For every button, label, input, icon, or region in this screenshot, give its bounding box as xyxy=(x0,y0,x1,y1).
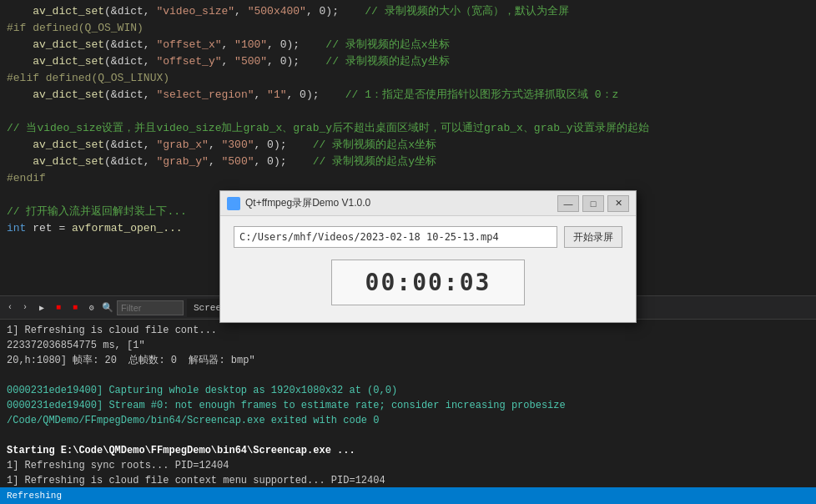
bottom-panel: ‹ › ▶ ■ ■ ⚙ 🔍 Screencap ✕ 1] Refreshing … xyxy=(0,295,816,487)
maximize-button[interactable]: □ xyxy=(582,195,604,212)
code-line: av_dict_set(&dict, "grab_x", "300", 0); … xyxy=(0,137,816,154)
code-line: #elif defined(Q_OS_LINUX) xyxy=(0,70,816,87)
dialog-body: 开始录屏 00:00:03 xyxy=(220,216,636,322)
minimize-button[interactable]: — xyxy=(557,195,579,212)
dialog-title-left: Qt+ffmpeg录屏Demo V1.0.0 xyxy=(227,196,370,210)
output-line: 1] Refreshing is cloud file context menu… xyxy=(7,473,809,487)
status-bar: Refreshing xyxy=(0,487,816,504)
code-line: // 当video_size设置，并且video_size加上grab_x、gr… xyxy=(0,120,816,137)
code-line: av_dict_set(&dict, "offset_y", "500", 0)… xyxy=(0,53,816,70)
chevron-right-icon[interactable]: › xyxy=(18,301,32,315)
output-line: Starting E:\Code\QMDemo\FFmpegDemo\bin64… xyxy=(7,443,809,458)
code-line: #endif xyxy=(0,170,816,187)
gear-icon[interactable]: ⚙ xyxy=(85,301,98,315)
dialog-title: Qt+ffmpeg录屏Demo V1.0.0 xyxy=(245,196,370,210)
close-button[interactable]: ✕ xyxy=(607,195,629,212)
tab-nav-icons: ‹ › xyxy=(3,301,32,315)
code-line: av_dict_set(&dict, "select_region", "1",… xyxy=(0,87,816,103)
code-line: #if defined(Q_OS_WIN) xyxy=(0,20,816,37)
output-line: 223372036854775 ms, [1" xyxy=(7,338,809,353)
chevron-left-icon[interactable]: ‹ xyxy=(3,301,17,315)
file-row: 开始录屏 xyxy=(234,226,622,248)
output-line: 20,h:1080] 帧率: 20 总帧数: 0 解码器: bmp" xyxy=(7,353,809,368)
stop-red-icon[interactable]: ■ xyxy=(68,301,82,315)
dialog-app-icon xyxy=(227,197,240,210)
code-line: av_dict_set(&dict, "offset_x", "100", 0)… xyxy=(0,37,816,53)
filter-input[interactable] xyxy=(117,300,184,315)
file-path-input[interactable] xyxy=(234,226,557,248)
output-line: 0000231ede19400] Stream #0: not enough f… xyxy=(7,398,809,413)
output-line xyxy=(7,428,809,443)
dialog-title-buttons: — □ ✕ xyxy=(557,195,629,212)
status-text: Refreshing xyxy=(7,491,62,501)
output-line: 1] Refreshing is cloud file cont... xyxy=(7,323,809,338)
code-line: av_dict_set(&dict, "video_size", "500x40… xyxy=(0,3,816,20)
output-line xyxy=(7,368,809,383)
record-button[interactable]: 开始录屏 xyxy=(564,226,622,248)
play-icon[interactable]: ▶ xyxy=(35,301,48,315)
output-line: /Code/QMDemo/FFmpegDemo/bin64/Screencap.… xyxy=(7,413,809,428)
stop-icon[interactable]: ■ xyxy=(52,301,65,315)
output-content: 1] Refreshing is cloud file cont... 2233… xyxy=(0,320,816,487)
timer-display: 00:00:03 xyxy=(331,260,526,305)
filter-label: 🔍 xyxy=(102,302,113,313)
code-line: av_dict_set(&dict, "grab_y", "500", 0); … xyxy=(0,154,816,170)
dialog-titlebar: Qt+ffmpeg录屏Demo V1.0.0 — □ ✕ xyxy=(220,191,636,216)
dialog-window: Qt+ffmpeg录屏Demo V1.0.0 — □ ✕ 开始录屏 00:00:… xyxy=(219,190,637,323)
output-line: 1] Refreshing sync roots... PID=12404 xyxy=(7,458,809,473)
code-line xyxy=(0,103,816,120)
output-line: 0000231ede19400] Capturing whole desktop… xyxy=(7,383,809,398)
